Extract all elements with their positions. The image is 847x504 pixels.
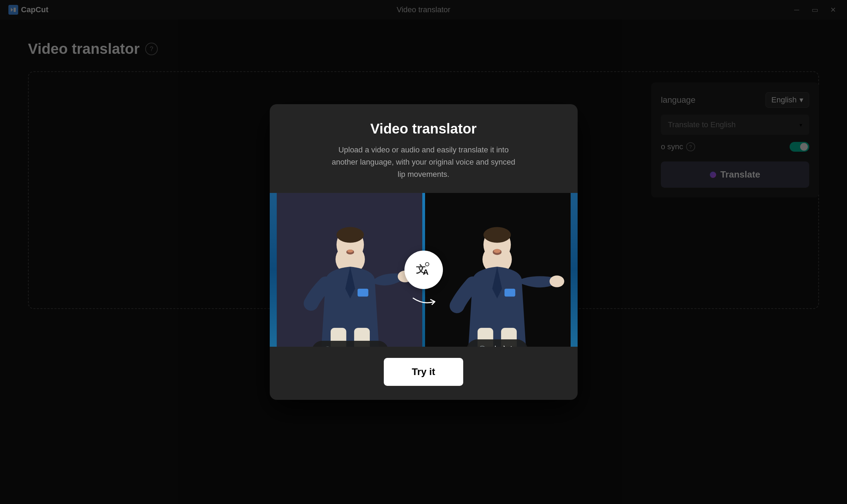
modal-demo: 🔊 Hello guys 文 A bbox=[270, 193, 578, 347]
caption-badge-right: 🔊 大家好 bbox=[466, 339, 528, 347]
svg-point-4 bbox=[336, 227, 363, 243]
modal-title: Video translator bbox=[291, 121, 557, 137]
svg-point-13 bbox=[425, 262, 429, 266]
translate-icon-svg: 文 A bbox=[413, 259, 434, 280]
caption-text-right: 大家好 bbox=[491, 344, 518, 347]
modal-header: Video translator Upload a video or audio… bbox=[270, 104, 578, 193]
arrow-svg bbox=[410, 295, 438, 309]
svg-text:A: A bbox=[423, 268, 429, 276]
svg-point-18 bbox=[549, 275, 564, 287]
caption-text-left: Hello guys bbox=[336, 346, 379, 347]
demo-video-left: 🔊 Hello guys bbox=[277, 193, 424, 347]
translate-center-icon: 文 A bbox=[404, 251, 443, 289]
modal-footer: Try it bbox=[270, 347, 578, 400]
speaker-icon-left: 🔊 bbox=[322, 346, 332, 347]
svg-point-10 bbox=[347, 250, 353, 252]
svg-point-23 bbox=[494, 249, 501, 253]
translation-arrow bbox=[410, 295, 438, 312]
demo-video-right: 🔊 大家好 bbox=[424, 193, 571, 347]
svg-rect-21 bbox=[504, 289, 515, 296]
modal-subtitle: Upload a video or audio and easily trans… bbox=[329, 144, 518, 181]
caption-badge-left: 🔊 Hello guys bbox=[312, 341, 388, 347]
video-translator-modal: Video translator Upload a video or audio… bbox=[270, 104, 578, 400]
try-it-button[interactable]: Try it bbox=[384, 358, 463, 386]
svg-rect-8 bbox=[358, 289, 368, 296]
speaker-icon-right: 🔊 bbox=[476, 346, 487, 347]
svg-point-17 bbox=[483, 227, 510, 243]
demo-person-left-svg bbox=[277, 193, 424, 347]
modal-overlay[interactable]: Video translator Upload a video or audio… bbox=[0, 0, 847, 504]
demo-person-right-svg bbox=[424, 193, 571, 347]
